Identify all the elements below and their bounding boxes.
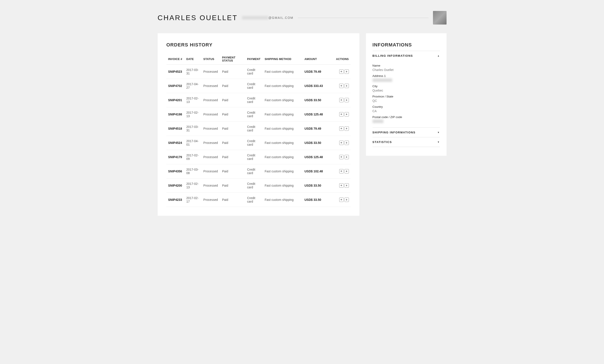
statistics-header[interactable]: STATISTICS ▼ bbox=[373, 137, 440, 147]
expand-button[interactable] bbox=[339, 126, 344, 131]
download-icon bbox=[345, 98, 348, 102]
cell-actions bbox=[334, 178, 351, 193]
table-row: SNIP41982017-02-13ProcessedPaidCredit ca… bbox=[166, 107, 351, 122]
cell-payment-status: Paid bbox=[220, 164, 245, 178]
download-button[interactable] bbox=[344, 183, 349, 188]
name-label: Name bbox=[373, 64, 440, 67]
download-icon bbox=[345, 70, 348, 73]
download-button[interactable] bbox=[344, 155, 349, 159]
download-button[interactable] bbox=[344, 126, 349, 131]
expand-button[interactable] bbox=[339, 169, 344, 174]
cell-payment-status: Paid bbox=[220, 65, 245, 79]
download-button[interactable] bbox=[344, 112, 349, 116]
cell-payment-status: Paid bbox=[220, 136, 245, 150]
table-row: SNIP42002017-02-13ProcessedPaidCredit ca… bbox=[166, 178, 351, 193]
cell-payment-status: Paid bbox=[220, 93, 245, 107]
cell-status: Processed bbox=[202, 79, 220, 93]
shipping-header[interactable]: SHIPPING INFORMATIONS ▼ bbox=[373, 128, 440, 137]
download-button[interactable] bbox=[344, 141, 349, 145]
download-button[interactable] bbox=[344, 98, 349, 102]
plus-icon bbox=[340, 127, 342, 130]
plus-icon bbox=[340, 98, 342, 102]
download-icon bbox=[345, 141, 348, 145]
cell-invoice: SNIP4518 bbox=[166, 122, 185, 136]
table-header-row: INVOICE # DATE STATUS PAYMENT STATUS PAY… bbox=[166, 54, 351, 65]
download-button[interactable] bbox=[344, 169, 349, 174]
download-icon bbox=[345, 113, 348, 116]
download-button[interactable] bbox=[344, 84, 349, 88]
col-invoice: INVOICE # bbox=[166, 54, 185, 65]
expand-button[interactable] bbox=[339, 112, 344, 116]
download-icon bbox=[345, 198, 348, 201]
address1-value: redacted bbox=[373, 78, 440, 82]
expand-button[interactable] bbox=[339, 141, 344, 145]
download-button[interactable] bbox=[344, 69, 349, 74]
plus-icon bbox=[340, 184, 342, 187]
cell-payment-status: Paid bbox=[220, 193, 245, 207]
cell-date: 2017-02-13 bbox=[185, 93, 202, 107]
page-header: CHARLES OUELLET xxxxxxxxxx@GMAIL.COM bbox=[158, 0, 447, 33]
cell-payment: Credit card bbox=[245, 122, 263, 136]
cell-amount: USD$ 33.50 bbox=[303, 93, 333, 107]
cell-amount: USD$ 33.50 bbox=[303, 193, 333, 207]
cell-shipping: Fast custom shipping bbox=[263, 79, 303, 93]
cell-actions bbox=[334, 193, 351, 207]
cell-status: Processed bbox=[202, 178, 220, 193]
shipping-header-label: SHIPPING INFORMATIONS bbox=[373, 131, 416, 134]
expand-button[interactable] bbox=[339, 183, 344, 188]
plus-icon bbox=[340, 155, 342, 159]
col-status: STATUS bbox=[202, 54, 220, 65]
cell-status: Processed bbox=[202, 193, 220, 207]
cell-payment: Credit card bbox=[245, 65, 263, 79]
download-icon bbox=[345, 170, 348, 173]
billing-header[interactable]: BILLING INFORMATIONS ▲ bbox=[373, 51, 440, 61]
cell-amount: USD$ 125.48 bbox=[303, 150, 333, 164]
expand-button[interactable] bbox=[339, 69, 344, 74]
shipping-section: SHIPPING INFORMATIONS ▼ bbox=[373, 127, 440, 137]
cell-status: Processed bbox=[202, 93, 220, 107]
expand-button[interactable] bbox=[339, 84, 344, 88]
cell-date: 2017-02-09 bbox=[185, 150, 202, 164]
table-row: SNIP45232017-03-31ProcessedPaidCredit ca… bbox=[166, 65, 351, 79]
cell-status: Processed bbox=[202, 65, 220, 79]
city-value: Quebec bbox=[373, 89, 440, 92]
orders-title: ORDERS HISTORY bbox=[166, 42, 351, 48]
cell-payment-status: Paid bbox=[220, 178, 245, 193]
expand-button[interactable] bbox=[339, 98, 344, 102]
cell-status: Processed bbox=[202, 150, 220, 164]
cell-invoice: SNIP4198 bbox=[166, 107, 185, 122]
cell-status: Processed bbox=[202, 136, 220, 150]
table-row: SNIP41792017-02-09ProcessedPaidCredit ca… bbox=[166, 150, 351, 164]
cell-date: 2017-02-17 bbox=[185, 193, 202, 207]
cell-invoice: SNIP4524 bbox=[166, 136, 185, 150]
avatar[interactable] bbox=[433, 11, 447, 25]
cell-amount: USD$ 125.48 bbox=[303, 107, 333, 122]
cell-amount: USD$ 79.49 bbox=[303, 65, 333, 79]
postal-value: redac bbox=[373, 120, 440, 123]
cell-shipping: Fast custom shipping bbox=[263, 193, 303, 207]
header-divider bbox=[298, 18, 428, 18]
cell-payment: Credit card bbox=[245, 93, 263, 107]
cell-payment-status: Paid bbox=[220, 122, 245, 136]
cell-payment: Credit card bbox=[245, 193, 263, 207]
col-payment-status: PAYMENT STATUS bbox=[220, 54, 245, 65]
cell-date: 2017-02-13 bbox=[185, 178, 202, 193]
customer-name: CHARLES OUELLET bbox=[158, 14, 238, 22]
expand-button[interactable] bbox=[339, 155, 344, 159]
province-label: Province / State bbox=[373, 95, 440, 98]
download-icon bbox=[345, 155, 348, 159]
cell-payment: Credit card bbox=[245, 136, 263, 150]
statistics-header-label: STATISTICS bbox=[373, 140, 392, 144]
download-button[interactable] bbox=[344, 198, 349, 202]
expand-button[interactable] bbox=[339, 198, 344, 202]
postal-label: Postal code / ZIP code bbox=[373, 115, 440, 119]
cell-actions bbox=[334, 65, 351, 79]
address1-label: Address 1 bbox=[373, 74, 440, 77]
cell-invoice: SNIP4200 bbox=[166, 178, 185, 193]
cell-amount: USD$ 102.48 bbox=[303, 164, 333, 178]
download-icon bbox=[345, 184, 348, 187]
cell-shipping: Fast custom shipping bbox=[263, 93, 303, 107]
info-title: INFORMATIONS bbox=[373, 42, 440, 48]
orders-table: INVOICE # DATE STATUS PAYMENT STATUS PAY… bbox=[166, 54, 351, 207]
cell-shipping: Fast custom shipping bbox=[263, 122, 303, 136]
